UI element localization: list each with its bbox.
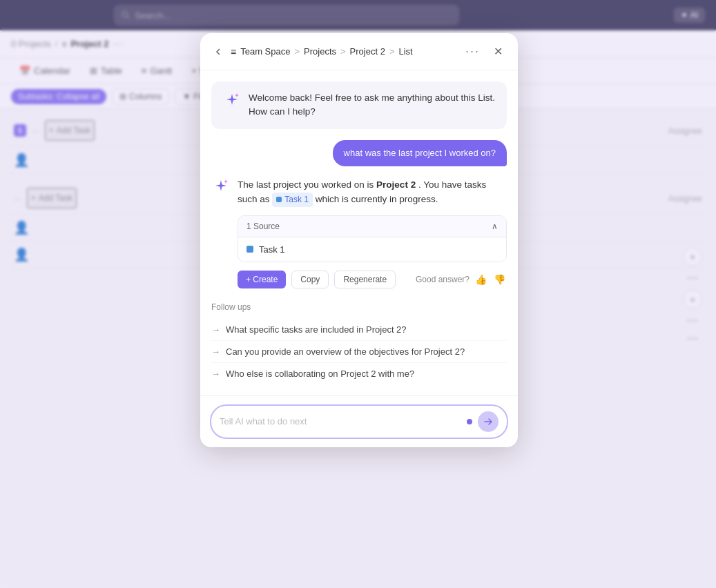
response-intro: The last project you worked on is: [238, 179, 376, 190]
chevron-up-icon: ∧: [492, 222, 498, 231]
action-buttons: + Create Copy Regenerate Good answer? 👍 …: [238, 271, 507, 288]
followups-label: Follow ups: [211, 302, 507, 312]
breadcrumb-project2[interactable]: Project 2: [350, 46, 385, 57]
good-answer-label: Good answer?: [416, 275, 470, 284]
response-content: The last project you worked on is Projec…: [238, 177, 507, 288]
ai-sparkle-icon-2: [211, 177, 231, 197]
source-header[interactable]: 1 Source ∧: [238, 216, 506, 237]
source-item[interactable]: Task 1: [238, 237, 506, 262]
followup-text-2: Can you provide an overview of the objec…: [226, 346, 465, 357]
send-icon: [483, 417, 493, 427]
followup-text-1: What specific tasks are included in Proj…: [226, 324, 407, 335]
source-item-label: Task 1: [259, 244, 285, 255]
source-section: 1 Source ∧ Task 1: [238, 215, 507, 262]
ai-sparkle-icon: [222, 91, 242, 110]
welcome-message: Welcome back! Feel free to ask me anythi…: [211, 81, 507, 129]
response-outro: which is currently in progress.: [316, 194, 438, 204]
ai-response-container: The last project you worked on is Projec…: [211, 177, 507, 288]
panel-close-button[interactable]: ✕: [490, 43, 507, 59]
panel-input-wrap: [210, 404, 508, 439]
followup-item-3[interactable]: → Who else is collaborating on Project 2…: [211, 363, 507, 384]
response-project-name: Project 2: [376, 179, 416, 190]
source-dot: [246, 246, 253, 253]
source-count: 1 Source: [246, 222, 280, 231]
panel-input[interactable]: [220, 416, 461, 427]
panel-header: ≡ Team Space > Projects > Project 2 > Li…: [200, 33, 518, 70]
ai-panel: ≡ Team Space > Projects > Project 2 > Li…: [200, 33, 518, 447]
arrow-icon-2: →: [211, 346, 220, 357]
task-tag-dot: [276, 197, 282, 202]
followup-item-1[interactable]: → What specific tasks are included in Pr…: [211, 319, 507, 341]
panel-breadcrumb: ≡ Team Space > Projects > Project 2 > Li…: [231, 46, 456, 57]
back-icon: [213, 46, 224, 57]
followups-section: Follow ups → What specific tasks are inc…: [211, 302, 507, 384]
input-dot: [467, 419, 472, 424]
thumbs-up-button[interactable]: 👍: [474, 273, 488, 286]
response-text: The last project you worked on is Projec…: [238, 177, 507, 207]
breadcrumb-team-space[interactable]: Team Space: [240, 46, 290, 57]
user-message-container: what was the last project I worked on?: [211, 140, 507, 166]
thumbs-down-button[interactable]: 👎: [492, 273, 507, 286]
arrow-icon-3: →: [211, 369, 220, 379]
welcome-text: Welcome back! Feel free to ask me anythi…: [249, 91, 496, 119]
panel-body: Welcome back! Feel free to ask me anythi…: [200, 70, 518, 395]
send-button[interactable]: [478, 411, 499, 432]
regenerate-button[interactable]: Regenerate: [334, 271, 396, 288]
list-icon: ≡: [231, 46, 236, 57]
task-tag-name: Task 1: [284, 193, 309, 206]
panel-menu-button[interactable]: ···: [461, 43, 484, 60]
breadcrumb-projects[interactable]: Projects: [304, 46, 336, 57]
task-tag[interactable]: Task 1: [272, 193, 313, 207]
arrow-icon-1: →: [211, 324, 220, 335]
breadcrumb-list[interactable]: List: [399, 46, 413, 57]
copy-button[interactable]: Copy: [291, 271, 329, 288]
followup-text-3: Who else is collaborating on Project 2 w…: [226, 369, 414, 379]
good-answer-container: Good answer? 👍 👎: [416, 273, 507, 286]
user-bubble: what was the last project I worked on?: [333, 140, 507, 166]
followup-item-2[interactable]: → Can you provide an overview of the obj…: [211, 341, 507, 363]
create-button[interactable]: + Create: [238, 271, 286, 288]
panel-input-area: [200, 395, 518, 447]
panel-back-button[interactable]: [211, 45, 225, 59]
